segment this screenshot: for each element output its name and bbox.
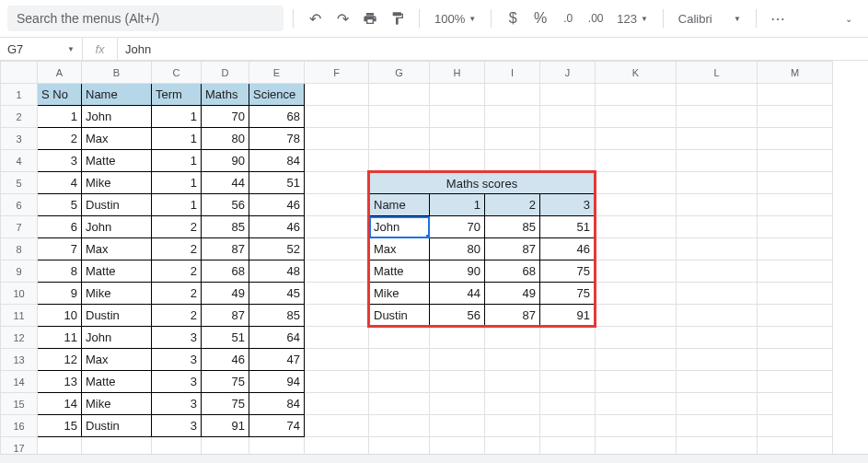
row-header[interactable]: 10 xyxy=(1,283,38,305)
cell[interactable] xyxy=(430,128,485,150)
format-select[interactable]: 123▼ xyxy=(611,12,654,26)
cell[interactable] xyxy=(305,84,369,106)
cell[interactable] xyxy=(305,172,369,194)
cell[interactable]: 87 xyxy=(485,305,540,327)
cell[interactable]: 56 xyxy=(202,194,249,216)
cell[interactable]: 1 xyxy=(38,106,82,128)
cell[interactable] xyxy=(596,305,677,327)
cell[interactable]: 78 xyxy=(249,128,305,150)
col-header[interactable]: E xyxy=(249,62,305,84)
row-header[interactable]: 3 xyxy=(1,128,38,150)
cell[interactable] xyxy=(596,106,677,128)
cell[interactable] xyxy=(677,194,758,216)
cell[interactable] xyxy=(540,371,596,393)
cell[interactable] xyxy=(758,349,833,371)
undo-icon[interactable]: ↶ xyxy=(303,6,327,30)
col-header[interactable]: A xyxy=(38,62,82,84)
cell[interactable]: Max xyxy=(82,128,152,150)
cell[interactable] xyxy=(596,238,677,260)
cell[interactable] xyxy=(485,437,540,455)
cell[interactable]: Dustin xyxy=(369,305,430,327)
row-header[interactable]: 1 xyxy=(1,84,38,106)
cell[interactable]: Matte xyxy=(369,260,430,283)
cell[interactable] xyxy=(485,128,540,150)
cell[interactable] xyxy=(430,437,485,455)
cell[interactable]: 49 xyxy=(202,283,249,305)
cell[interactable]: 84 xyxy=(249,150,305,172)
cell[interactable] xyxy=(82,437,152,455)
row-header[interactable]: 11 xyxy=(1,305,38,327)
cell[interactable]: 4 xyxy=(38,172,82,194)
cell[interactable] xyxy=(38,437,82,455)
decrease-decimal-icon[interactable]: .0 xyxy=(556,6,580,30)
cell[interactable]: 10 xyxy=(38,305,82,327)
cell[interactable] xyxy=(758,216,833,238)
col-header[interactable]: C xyxy=(152,62,202,84)
cell[interactable] xyxy=(540,393,596,415)
cell[interactable]: 70 xyxy=(202,106,249,128)
cell[interactable]: Max xyxy=(82,349,152,371)
cell[interactable]: 5 xyxy=(38,194,82,216)
formula-input[interactable]: John xyxy=(118,42,158,56)
cell[interactable]: 46 xyxy=(249,216,305,238)
col-header[interactable]: G xyxy=(369,62,430,84)
cell[interactable]: 2 xyxy=(38,128,82,150)
row-header[interactable]: 7 xyxy=(1,216,38,238)
cell[interactable]: Matte xyxy=(82,150,152,172)
cell[interactable] xyxy=(677,150,758,172)
cell[interactable] xyxy=(305,216,369,238)
col-header[interactable]: J xyxy=(540,62,596,84)
cell[interactable] xyxy=(758,106,833,128)
cell[interactable]: 2 xyxy=(152,283,202,305)
cell[interactable]: 2 xyxy=(152,238,202,260)
cell[interactable] xyxy=(677,238,758,260)
row-header[interactable]: 2 xyxy=(1,106,38,128)
cell[interactable] xyxy=(249,437,305,455)
cell[interactable] xyxy=(540,415,596,437)
cell[interactable]: 1 xyxy=(152,128,202,150)
cell[interactable]: 91 xyxy=(202,415,249,437)
cell[interactable]: 3 xyxy=(540,194,596,216)
cell[interactable]: 75 xyxy=(202,371,249,393)
more-icon[interactable]: ⋯ xyxy=(766,6,790,30)
print-icon[interactable] xyxy=(358,6,382,30)
cell[interactable]: John xyxy=(82,216,152,238)
cell[interactable]: 51 xyxy=(249,172,305,194)
cell[interactable]: Matte xyxy=(82,371,152,393)
cell[interactable]: 85 xyxy=(202,216,249,238)
col-header[interactable]: M xyxy=(758,62,833,84)
row-header[interactable]: 13 xyxy=(1,349,38,371)
cell[interactable]: 46 xyxy=(540,238,596,260)
cell[interactable] xyxy=(596,437,677,455)
cell[interactable] xyxy=(758,194,833,216)
cell[interactable]: 80 xyxy=(202,128,249,150)
cell[interactable] xyxy=(305,283,369,305)
row-header[interactable]: 9 xyxy=(1,260,38,283)
cell[interactable] xyxy=(485,327,540,349)
cell[interactable]: Mike xyxy=(82,172,152,194)
cell[interactable] xyxy=(758,327,833,349)
cell[interactable] xyxy=(596,327,677,349)
cell[interactable] xyxy=(596,260,677,283)
cell[interactable] xyxy=(430,349,485,371)
cell[interactable] xyxy=(430,393,485,415)
cell[interactable] xyxy=(305,238,369,260)
cell[interactable] xyxy=(677,305,758,327)
cell[interactable]: 6 xyxy=(38,216,82,238)
cell[interactable] xyxy=(677,84,758,106)
cell[interactable]: 3 xyxy=(152,393,202,415)
cell[interactable]: 3 xyxy=(152,349,202,371)
cell[interactable] xyxy=(758,172,833,194)
cell[interactable] xyxy=(677,327,758,349)
cell[interactable] xyxy=(369,128,430,150)
cell[interactable]: 7 xyxy=(38,238,82,260)
cell[interactable] xyxy=(758,128,833,150)
cell[interactable] xyxy=(758,305,833,327)
cell[interactable]: Mike xyxy=(369,283,430,305)
cell[interactable] xyxy=(758,371,833,393)
cell[interactable]: 87 xyxy=(202,305,249,327)
cell[interactable]: Dustin xyxy=(82,305,152,327)
cell[interactable] xyxy=(758,415,833,437)
cell[interactable]: 75 xyxy=(540,260,596,283)
cell[interactable] xyxy=(596,393,677,415)
